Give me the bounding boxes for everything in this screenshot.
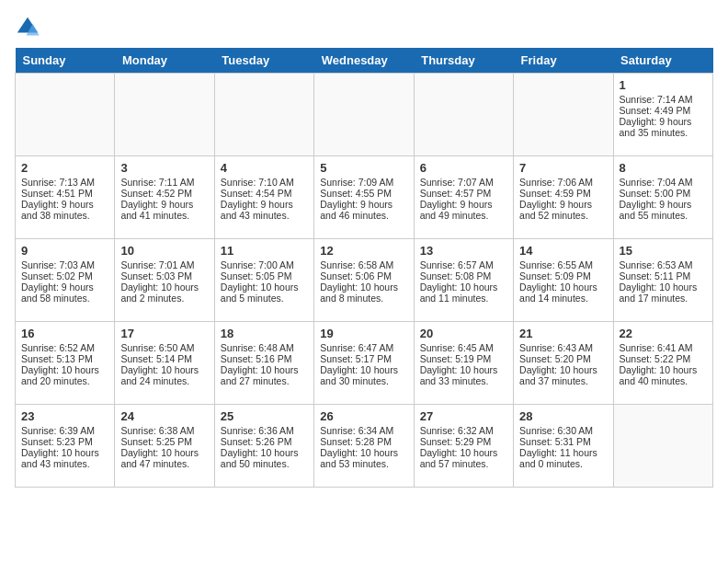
- calendar-cell: 16Sunrise: 6:52 AMSunset: 5:13 PMDayligh…: [16, 322, 115, 405]
- sunset-text: Sunset: 5:05 PM: [221, 270, 308, 282]
- calendar-cell: 13Sunrise: 6:57 AMSunset: 5:08 PMDayligh…: [414, 239, 513, 322]
- calendar-table: SundayMondayTuesdayWednesdayThursdayFrid…: [15, 48, 713, 488]
- logo: [15, 15, 44, 40]
- calendar-cell: 23Sunrise: 6:39 AMSunset: 5:23 PMDayligh…: [16, 405, 115, 488]
- sunset-text: Sunset: 5:03 PM: [120, 270, 208, 282]
- sunset-text: Sunset: 5:08 PM: [420, 270, 507, 282]
- column-header-sunday: Sunday: [16, 48, 115, 74]
- calendar-cell: [16, 74, 115, 156]
- day-number: 12: [320, 244, 407, 258]
- calendar-cell: 4Sunrise: 7:10 AMSunset: 4:54 PMDaylight…: [214, 156, 313, 239]
- daylight-text: Daylight: 10 hours and 5 minutes.: [221, 282, 308, 304]
- sunset-text: Sunset: 5:17 PM: [320, 353, 407, 364]
- calendar-cell: 21Sunrise: 6:43 AMSunset: 5:20 PMDayligh…: [514, 322, 613, 405]
- calendar-cell: 2Sunrise: 7:13 AMSunset: 4:51 PMDaylight…: [16, 156, 115, 239]
- day-number: 17: [120, 327, 208, 340]
- daylight-text: Daylight: 10 hours and 57 minutes.: [420, 447, 507, 469]
- sunrise-text: Sunrise: 7:01 AM: [120, 259, 208, 270]
- daylight-text: Daylight: 9 hours and 46 minutes.: [320, 199, 407, 221]
- daylight-text: Daylight: 9 hours and 38 minutes.: [21, 199, 108, 221]
- daylight-text: Daylight: 9 hours and 55 minutes.: [620, 199, 707, 221]
- sunrise-text: Sunrise: 7:14 AM: [620, 94, 707, 105]
- calendar-week-row: 16Sunrise: 6:52 AMSunset: 5:13 PMDayligh…: [16, 322, 713, 405]
- sunrise-text: Sunrise: 6:58 AM: [320, 259, 407, 270]
- sunrise-text: Sunrise: 7:00 AM: [221, 259, 308, 270]
- calendar-cell: [314, 74, 414, 156]
- column-header-tuesday: Tuesday: [214, 48, 313, 74]
- calendar-cell: 22Sunrise: 6:41 AMSunset: 5:22 PMDayligh…: [613, 322, 712, 405]
- calendar-cell: 12Sunrise: 6:58 AMSunset: 5:06 PMDayligh…: [314, 239, 414, 322]
- sunrise-text: Sunrise: 7:09 AM: [320, 177, 407, 188]
- sunrise-text: Sunrise: 7:11 AM: [120, 177, 208, 188]
- daylight-text: Daylight: 10 hours and 33 minutes.: [420, 364, 507, 386]
- day-number: 27: [420, 409, 507, 423]
- sunrise-text: Sunrise: 7:13 AM: [21, 177, 108, 188]
- sunset-text: Sunset: 5:11 PM: [620, 270, 707, 282]
- calendar-cell: [514, 74, 613, 156]
- daylight-text: Daylight: 9 hours and 41 minutes.: [120, 199, 208, 221]
- column-header-saturday: Saturday: [613, 48, 712, 74]
- calendar-cell: 25Sunrise: 6:36 AMSunset: 5:26 PMDayligh…: [214, 405, 313, 488]
- calendar-cell: 15Sunrise: 6:53 AMSunset: 5:11 PMDayligh…: [613, 239, 712, 322]
- day-number: 20: [420, 327, 507, 340]
- daylight-text: Daylight: 10 hours and 43 minutes.: [21, 447, 108, 469]
- calendar-cell: 7Sunrise: 7:06 AMSunset: 4:59 PMDaylight…: [514, 156, 613, 239]
- daylight-text: Daylight: 10 hours and 14 minutes.: [519, 282, 607, 304]
- sunrise-text: Sunrise: 7:03 AM: [21, 259, 108, 270]
- calendar-cell: 14Sunrise: 6:55 AMSunset: 5:09 PMDayligh…: [514, 239, 613, 322]
- daylight-text: Daylight: 9 hours and 58 minutes.: [21, 282, 108, 304]
- sunrise-text: Sunrise: 7:06 AM: [519, 177, 607, 188]
- daylight-text: Daylight: 10 hours and 8 minutes.: [320, 282, 407, 304]
- sunrise-text: Sunrise: 6:52 AM: [21, 342, 108, 353]
- calendar-cell: 26Sunrise: 6:34 AMSunset: 5:28 PMDayligh…: [314, 405, 414, 488]
- day-number: 9: [21, 244, 108, 258]
- column-header-friday: Friday: [514, 48, 613, 74]
- day-number: 7: [519, 161, 607, 175]
- calendar-cell: 17Sunrise: 6:50 AMSunset: 5:14 PMDayligh…: [115, 322, 214, 405]
- calendar-cell: 6Sunrise: 7:07 AMSunset: 4:57 PMDaylight…: [414, 156, 513, 239]
- daylight-text: Daylight: 10 hours and 24 minutes.: [120, 364, 208, 386]
- calendar-cell: 18Sunrise: 6:48 AMSunset: 5:16 PMDayligh…: [214, 322, 313, 405]
- sunset-text: Sunset: 4:57 PM: [420, 188, 507, 199]
- sunset-text: Sunset: 5:02 PM: [21, 270, 108, 282]
- day-number: 8: [620, 161, 707, 175]
- sunset-text: Sunset: 4:55 PM: [320, 188, 407, 199]
- daylight-text: Daylight: 10 hours and 37 minutes.: [519, 364, 607, 386]
- calendar-cell: [214, 74, 313, 156]
- daylight-text: Daylight: 10 hours and 11 minutes.: [420, 282, 507, 304]
- daylight-text: Daylight: 10 hours and 50 minutes.: [221, 447, 308, 469]
- sunrise-text: Sunrise: 6:38 AM: [120, 425, 208, 436]
- day-number: 4: [221, 161, 308, 175]
- daylight-text: Daylight: 9 hours and 49 minutes.: [420, 199, 507, 221]
- page-header: [15, 15, 713, 40]
- calendar-week-row: 23Sunrise: 6:39 AMSunset: 5:23 PMDayligh…: [16, 405, 713, 488]
- sunrise-text: Sunrise: 6:45 AM: [420, 342, 507, 353]
- calendar-cell: [613, 405, 712, 488]
- day-number: 6: [420, 161, 507, 175]
- calendar-cell: 5Sunrise: 7:09 AMSunset: 4:55 PMDaylight…: [314, 156, 414, 239]
- sunrise-text: Sunrise: 7:10 AM: [221, 177, 308, 188]
- calendar-cell: [115, 74, 214, 156]
- sunset-text: Sunset: 5:29 PM: [420, 436, 507, 447]
- sunrise-text: Sunrise: 6:36 AM: [221, 425, 308, 436]
- sunset-text: Sunset: 4:52 PM: [120, 188, 208, 199]
- sunset-text: Sunset: 5:28 PM: [320, 436, 407, 447]
- sunrise-text: Sunrise: 6:34 AM: [320, 425, 407, 436]
- calendar-cell: [414, 74, 513, 156]
- day-number: 15: [620, 244, 707, 258]
- daylight-text: Daylight: 9 hours and 43 minutes.: [221, 199, 308, 221]
- sunrise-text: Sunrise: 6:53 AM: [620, 259, 707, 270]
- sunset-text: Sunset: 4:51 PM: [21, 188, 108, 199]
- sunset-text: Sunset: 5:23 PM: [21, 436, 108, 447]
- daylight-text: Daylight: 11 hours and 0 minutes.: [519, 447, 607, 469]
- sunrise-text: Sunrise: 7:07 AM: [420, 177, 507, 188]
- daylight-text: Daylight: 10 hours and 27 minutes.: [221, 364, 308, 386]
- daylight-text: Daylight: 10 hours and 47 minutes.: [120, 447, 208, 469]
- calendar-cell: 28Sunrise: 6:30 AMSunset: 5:31 PMDayligh…: [514, 405, 613, 488]
- sunrise-text: Sunrise: 6:57 AM: [420, 259, 507, 270]
- sunset-text: Sunset: 5:14 PM: [120, 353, 208, 364]
- sunset-text: Sunset: 5:13 PM: [21, 353, 108, 364]
- sunrise-text: Sunrise: 7:04 AM: [620, 177, 707, 188]
- day-number: 14: [519, 244, 607, 258]
- sunset-text: Sunset: 5:22 PM: [620, 353, 707, 364]
